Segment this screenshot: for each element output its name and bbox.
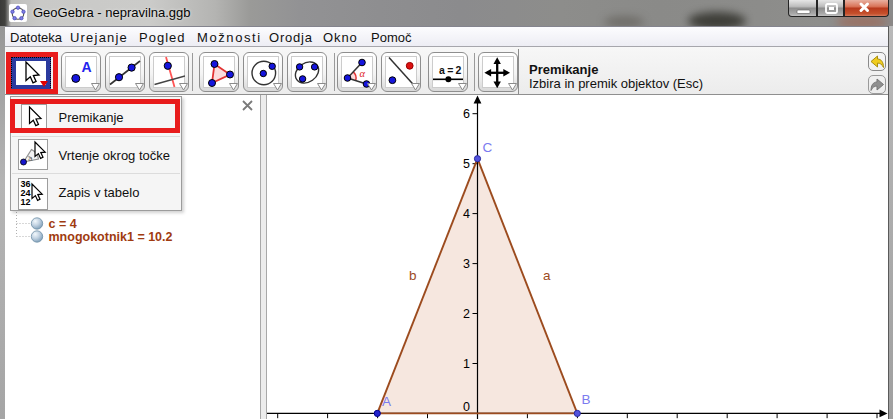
svg-text:A: A bbox=[382, 394, 391, 409]
svg-text:6: 6 bbox=[463, 107, 470, 121]
svg-text:12: 12 bbox=[21, 197, 31, 207]
svg-text:C: C bbox=[483, 140, 493, 155]
svg-text:3: 3 bbox=[463, 257, 470, 271]
svg-text:a = 2: a = 2 bbox=[439, 64, 462, 76]
svg-text:B: B bbox=[582, 392, 591, 407]
svg-text:a: a bbox=[543, 268, 551, 283]
svg-text:0: 0 bbox=[463, 400, 470, 414]
svg-text:α: α bbox=[360, 68, 366, 79]
svg-text:5: 5 bbox=[463, 157, 470, 171]
svg-text:A: A bbox=[81, 59, 91, 75]
svg-text:4: 4 bbox=[463, 207, 470, 221]
svg-text:1: 1 bbox=[463, 357, 470, 371]
svg-text:b: b bbox=[409, 268, 417, 283]
svg-text:2: 2 bbox=[463, 307, 470, 321]
